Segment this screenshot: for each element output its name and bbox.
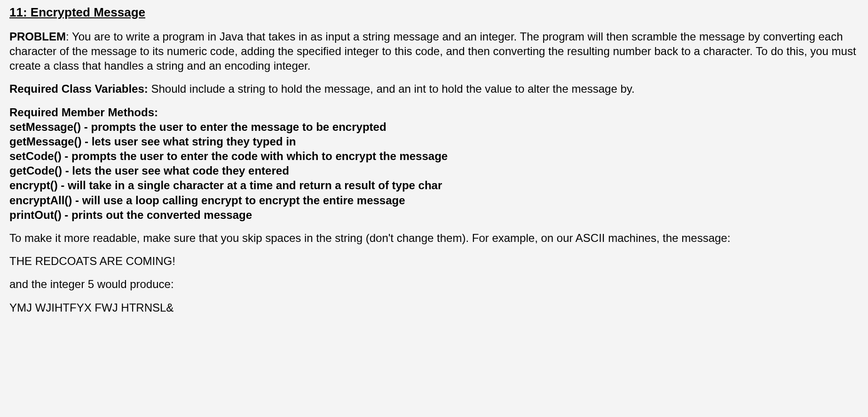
method-setmessage: setMessage() - prompts the user to enter… bbox=[9, 120, 859, 134]
method-printout: printOut() - prints out the converted me… bbox=[9, 208, 859, 222]
class-vars-text: Should include a string to hold the mess… bbox=[148, 82, 635, 95]
example-input: THE REDCOATS ARE COMING! bbox=[9, 254, 859, 268]
class-vars-paragraph: Required Class Variables: Should include… bbox=[9, 81, 859, 96]
methods-heading: Required Member Methods: bbox=[9, 105, 859, 120]
readable-paragraph: To make it more readable, make sure that… bbox=[9, 231, 859, 245]
page-title: 11: Encrypted Message bbox=[9, 5, 859, 21]
example-output: YMJ WJIHTFYX FWJ HTRNSL& bbox=[9, 300, 859, 315]
class-vars-label: Required Class Variables: bbox=[9, 82, 148, 95]
method-getmessage: getMessage() - lets user see what string… bbox=[9, 134, 859, 149]
method-encrypt: encrypt() - will take in a single charac… bbox=[9, 178, 859, 192]
method-encryptall: encryptAll() - will use a loop calling e… bbox=[9, 193, 859, 208]
document-body: 11: Encrypted Message PROBLEM: You are t… bbox=[0, 0, 868, 324]
and-integer-line: and the integer 5 would produce: bbox=[9, 277, 859, 291]
problem-label: PROBLEM bbox=[9, 30, 66, 43]
methods-section: Required Member Methods: setMessage() - … bbox=[9, 105, 859, 223]
problem-text: : You are to write a program in Java tha… bbox=[9, 30, 856, 72]
method-setcode: setCode() - prompts the user to enter th… bbox=[9, 149, 859, 163]
problem-paragraph: PROBLEM: You are to write a program in J… bbox=[9, 29, 859, 73]
method-getcode: getCode() - lets the user see what code … bbox=[9, 163, 859, 178]
